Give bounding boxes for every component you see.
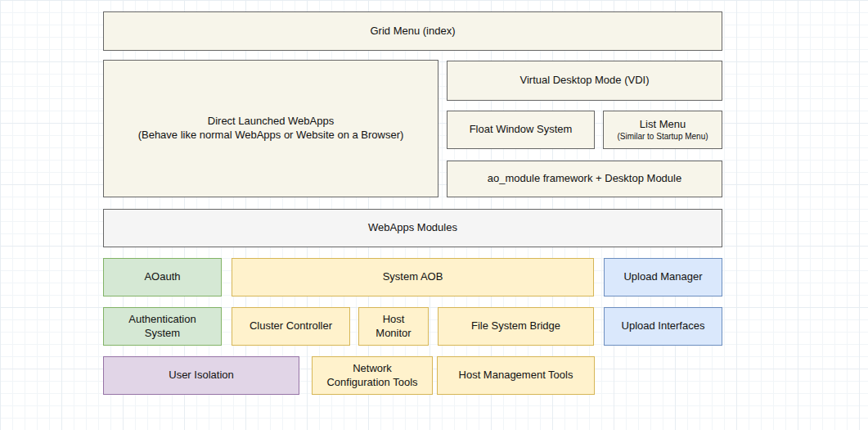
node-upload-interfaces: Upload Interfaces — [604, 307, 722, 346]
node-host-monitor: Host Monitor — [358, 307, 429, 346]
node-upload-manager-label: Upload Manager — [623, 270, 702, 284]
node-host-monitor-label-line1: Host — [383, 313, 405, 327]
node-network-configuration-tools-label-line2: Configuration Tools — [326, 376, 417, 390]
node-network-configuration-tools: Network Configuration Tools — [312, 356, 433, 395]
node-ao-module-framework: ao_module framework + Desktop Module — [447, 161, 722, 197]
node-webapps-modules: WebApps Modules — [103, 209, 722, 247]
node-webapps-modules-label: WebApps Modules — [368, 221, 457, 235]
node-user-isolation-label: User Isolation — [169, 369, 233, 382]
node-grid-menu-label: Grid Menu (index) — [370, 25, 455, 38]
node-system-aob: System AOB — [232, 258, 594, 296]
node-list-menu-subtitle: (Similar to Startup Menu) — [617, 131, 708, 142]
node-aoauth-label: AOauth — [144, 270, 180, 284]
node-float-window-system-label: Float Window System — [470, 123, 573, 137]
node-file-system-bridge-label: File System Bridge — [471, 319, 560, 333]
node-file-system-bridge: File System Bridge — [438, 307, 594, 346]
node-virtual-desktop-mode: Virtual Desktop Mode (VDI) — [447, 61, 722, 101]
node-authentication-system: Authentication System — [103, 307, 222, 346]
node-direct-launched-webapps-label-line1: Direct Launched WebApps — [208, 115, 334, 129]
node-host-management-tools: Host Management Tools — [437, 356, 595, 395]
node-list-menu-title: List Menu — [640, 118, 686, 132]
node-virtual-desktop-mode-label: Virtual Desktop Mode (VDI) — [520, 74, 650, 88]
node-aoauth: AOauth — [103, 258, 222, 296]
node-cluster-controller: Cluster Controller — [232, 307, 350, 346]
diagram-canvas: Grid Menu (index) Direct Launched WebApp… — [0, 0, 868, 430]
node-upload-manager: Upload Manager — [604, 258, 722, 296]
node-user-isolation: User Isolation — [103, 356, 299, 395]
node-authentication-system-label-line1: Authentication — [128, 313, 196, 327]
node-grid-menu: Grid Menu (index) — [103, 11, 722, 51]
node-system-aob-label: System AOB — [383, 270, 443, 284]
node-host-management-tools-label: Host Management Tools — [459, 369, 573, 382]
node-host-monitor-label-line2: Monitor — [376, 327, 411, 341]
node-float-window-system: Float Window System — [447, 111, 595, 149]
node-list-menu: List Menu (Similar to Startup Menu) — [603, 111, 722, 149]
node-network-configuration-tools-label-line1: Network — [353, 362, 392, 376]
node-direct-launched-webapps: Direct Launched WebApps (Behave like nor… — [103, 60, 438, 197]
node-upload-interfaces-label: Upload Interfaces — [622, 319, 705, 333]
node-direct-launched-webapps-label-line2: (Behave like normal WebApps or Website o… — [138, 129, 404, 143]
node-cluster-controller-label: Cluster Controller — [250, 319, 332, 333]
node-ao-module-framework-label: ao_module framework + Desktop Module — [488, 172, 681, 186]
node-authentication-system-label-line2: System — [145, 327, 180, 341]
